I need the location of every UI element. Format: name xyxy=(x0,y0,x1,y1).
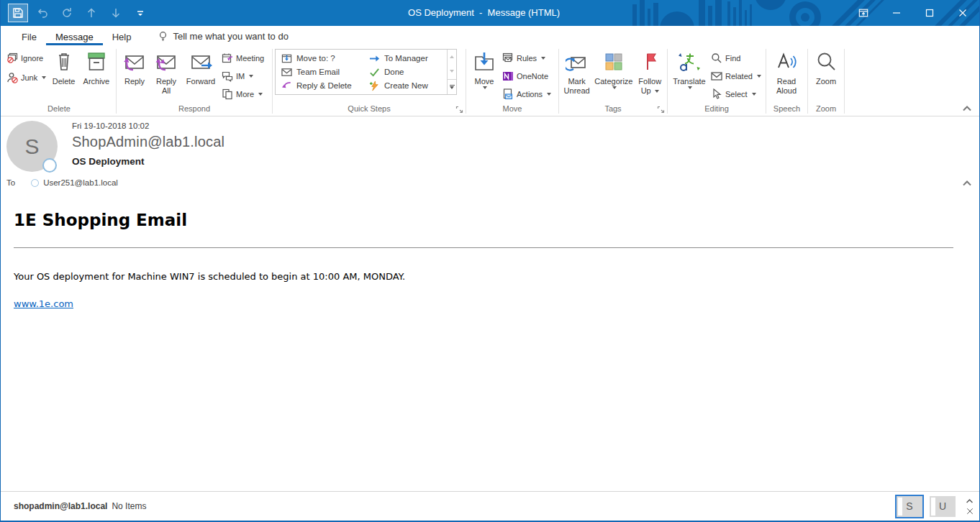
select-button[interactable]: Select xyxy=(709,86,759,102)
ignore-icon xyxy=(6,52,18,64)
thumbnail-letter: S xyxy=(906,500,912,512)
move-to-icon xyxy=(281,53,292,64)
move-button[interactable]: Move xyxy=(468,48,500,104)
quick-step-done[interactable]: Done xyxy=(366,65,444,78)
move-to-label: Move to: ? xyxy=(296,54,335,63)
collapse-header-chevron[interactable] xyxy=(962,179,972,188)
mark-unread-label: Mark Unread xyxy=(563,77,590,96)
tags-dialog-launcher[interactable] xyxy=(657,106,665,114)
more-icon xyxy=(222,88,233,100)
follow-up-button[interactable]: Follow Up xyxy=(635,48,665,104)
mark-unread-icon xyxy=(566,50,589,73)
find-button[interactable]: Find xyxy=(709,50,759,66)
save-button[interactable] xyxy=(8,4,28,22)
junk-button[interactable]: Junk xyxy=(4,70,48,86)
quick-steps-scroll-down[interactable] xyxy=(448,64,456,78)
undo-button[interactable] xyxy=(32,4,53,22)
dropdown-caret xyxy=(249,75,253,78)
meeting-button[interactable]: Meeting xyxy=(219,50,270,66)
email-link[interactable]: www.1e.com xyxy=(14,298,73,309)
delete-button[interactable]: Delete xyxy=(48,48,78,104)
more-respond-button[interactable]: More xyxy=(219,86,270,102)
ignore-button[interactable]: Ignore xyxy=(4,50,48,66)
group-label-speech: Speech xyxy=(766,104,807,116)
outlook-message-window: OS Deployment - Message (HTML) File Mess… xyxy=(0,0,980,522)
reply-delete-icon xyxy=(281,81,292,91)
close-button[interactable] xyxy=(946,0,979,26)
recipient-address[interactable]: User251@lab1.local xyxy=(43,178,118,187)
actions-icon xyxy=(502,88,514,100)
rules-button[interactable]: Rules xyxy=(500,50,555,66)
archive-button[interactable]: Archive xyxy=(79,48,114,104)
reply-button[interactable]: Reply xyxy=(119,48,150,104)
translate-button[interactable]: Translate xyxy=(670,48,709,104)
zoom-icon xyxy=(815,50,838,73)
window-thumbnail-s[interactable]: S xyxy=(897,496,922,517)
group-label-quick-steps: Quick Steps xyxy=(273,104,466,116)
onenote-button[interactable]: OneNote xyxy=(500,68,555,84)
create-new-icon xyxy=(369,81,380,91)
mark-unread-button[interactable]: Mark Unread xyxy=(561,48,592,104)
minimize-button[interactable] xyxy=(880,0,913,26)
read-aloud-button[interactable]: Read Aloud xyxy=(768,48,804,104)
quick-access-toolbar xyxy=(1,4,150,22)
email-heading: 1E Shopping Email xyxy=(14,211,953,229)
im-label: IM xyxy=(236,72,245,81)
dropdown-caret xyxy=(688,86,692,89)
tab-file[interactable]: File xyxy=(12,28,46,45)
ribbon-group-editing: Translate Find Related Select Editing xyxy=(668,47,766,116)
quick-step-reply-delete[interactable]: Reply & Delete xyxy=(278,79,360,92)
titlebar: OS Deployment - Message (HTML) xyxy=(1,0,979,26)
categorize-label: Categorize xyxy=(594,77,632,86)
ignore-label: Ignore xyxy=(21,54,43,63)
read-aloud-label: Read Aloud xyxy=(771,77,802,96)
window-thumbnail-u[interactable]: U xyxy=(930,496,956,517)
ribbon-group-respond: Reply Reply All Forward Meeting IM More … xyxy=(117,47,272,116)
quick-steps-dialog-launcher[interactable] xyxy=(455,106,463,114)
scroll-up-icon[interactable] xyxy=(966,498,974,505)
translate-label: Translate xyxy=(673,77,705,86)
collapse-ribbon-chevron[interactable] xyxy=(962,104,972,113)
onenote-label: OneNote xyxy=(517,72,548,81)
tell-me-label: Tell me what you want to do xyxy=(173,31,288,42)
group-label-respond: Respond xyxy=(117,104,272,116)
sender-address[interactable]: ShopAdmin@lab1.local xyxy=(72,134,979,150)
ribbon-group-speech: Read Aloud Speech xyxy=(766,47,807,116)
quick-step-create-new[interactable]: Create New xyxy=(366,79,444,92)
categorize-button[interactable]: Categorize xyxy=(592,48,635,104)
to-manager-label: To Manager xyxy=(384,54,428,63)
quick-steps-scroll-up[interactable] xyxy=(448,50,456,64)
quick-step-team-email[interactable]: Team Email xyxy=(278,65,360,78)
ribbon-display-options-button[interactable] xyxy=(847,0,880,26)
quick-steps-more-button[interactable] xyxy=(448,79,456,94)
related-button[interactable]: Related xyxy=(709,68,759,84)
maximize-button[interactable] xyxy=(913,0,946,26)
reply-all-icon xyxy=(155,50,178,73)
quick-step-move-to[interactable]: Move to: ? xyxy=(278,52,360,65)
window-title: OS Deployment - Message (HTML) xyxy=(408,0,560,26)
actions-button[interactable]: Actions xyxy=(500,86,555,102)
zoom-button[interactable]: Zoom xyxy=(810,48,842,104)
close-pane-icon[interactable] xyxy=(966,508,974,515)
dropdown-caret xyxy=(547,93,551,96)
trash-icon xyxy=(53,50,76,73)
redo-button[interactable] xyxy=(57,4,77,22)
to-label: To xyxy=(6,178,15,187)
previous-item-button[interactable] xyxy=(81,4,101,22)
customize-qat-button[interactable] xyxy=(130,4,150,22)
tab-help[interactable]: Help xyxy=(103,28,141,45)
junk-icon xyxy=(6,72,18,83)
tab-message[interactable]: Message xyxy=(46,28,103,45)
next-item-button[interactable] xyxy=(106,4,126,22)
reply-label: Reply xyxy=(124,77,145,86)
rules-icon xyxy=(502,52,514,64)
quick-step-to-manager[interactable]: To Manager xyxy=(366,52,444,65)
email-paragraph: Your OS deployment for Machine WIN7 is s… xyxy=(14,271,953,282)
reply-all-button[interactable]: Reply All xyxy=(150,48,182,104)
quick-steps-gallery: Move to: ? Team Email Reply & Delete To … xyxy=(275,49,457,95)
follow-up-label: Follow Up xyxy=(637,77,663,96)
im-button[interactable]: IM xyxy=(219,68,270,84)
reply-icon xyxy=(123,50,146,73)
tell-me-box[interactable]: Tell me what you want to do xyxy=(158,31,288,42)
forward-button[interactable]: Forward xyxy=(182,48,219,104)
